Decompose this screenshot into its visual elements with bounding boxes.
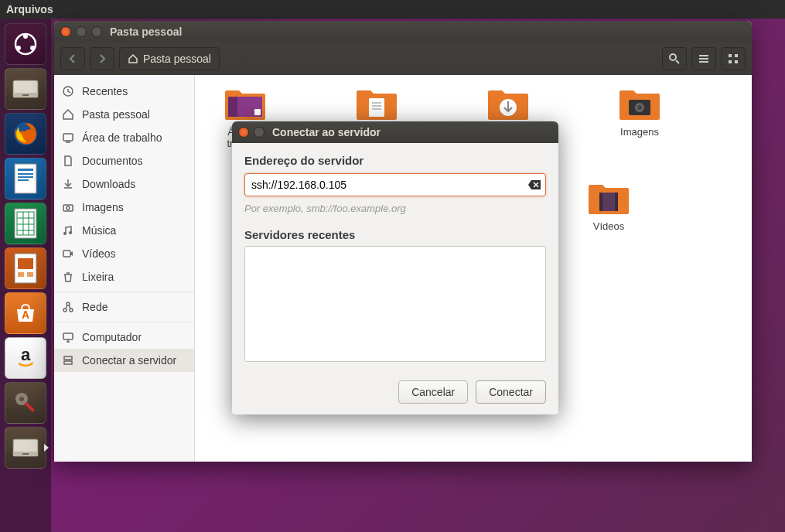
dialog-minimize-button[interactable]: [254, 127, 265, 138]
sidebar-item-documents[interactable]: Documentos: [54, 149, 194, 172]
separator: [54, 292, 194, 292]
server-icon: [62, 354, 74, 367]
svg-rect-40: [735, 60, 738, 63]
backspace-icon: [527, 179, 541, 190]
svg-rect-48: [63, 251, 70, 257]
svg-rect-60: [369, 98, 384, 117]
svg-point-47: [69, 231, 72, 234]
breadcrumb[interactable]: Pasta pessoal: [119, 47, 220, 70]
svg-rect-31: [22, 453, 29, 455]
sidebar-label: Área de trabalho: [82, 131, 162, 144]
launcher-calc[interactable]: [5, 203, 46, 244]
launcher-amazon[interactable]: a: [5, 337, 46, 379]
svg-point-32: [670, 54, 676, 60]
maximize-button[interactable]: [91, 26, 102, 37]
sidebar-item-connect-server[interactable]: Conectar a servidor: [54, 349, 194, 372]
server-address-input[interactable]: [244, 173, 546, 196]
sidebar-item-recent[interactable]: Recentes: [54, 80, 194, 103]
recent-servers-list[interactable]: [244, 246, 546, 362]
sidebar-item-network[interactable]: Rede: [54, 295, 194, 319]
sidebar-item-downloads[interactable]: Downloads: [54, 172, 194, 196]
folder-videos[interactable]: Vídeos: [574, 180, 643, 232]
sidebar-item-desktop[interactable]: Área de trabalho: [54, 126, 194, 149]
folder-pictures[interactable]: Imagens: [605, 86, 674, 149]
sidebar-item-pictures[interactable]: Imagens: [54, 196, 194, 219]
folder-icon: [486, 86, 530, 121]
svg-point-2: [30, 46, 35, 50]
svg-rect-70: [615, 193, 618, 211]
sidebar-item-trash[interactable]: Lixeira: [54, 265, 194, 288]
svg-point-1: [23, 34, 28, 39]
menubar-app: Arquivos: [6, 3, 53, 15]
sidebar-label: Lixeira: [82, 271, 114, 283]
launcher-software[interactable]: A: [5, 292, 46, 334]
launcher-firefox[interactable]: [5, 113, 46, 155]
grid-icon: [727, 53, 739, 65]
grid-view-button[interactable]: [721, 47, 746, 70]
svg-rect-6: [22, 94, 29, 96]
forward-button[interactable]: [90, 47, 114, 70]
launcher-impress[interactable]: [5, 247, 46, 289]
list-view-button[interactable]: [691, 47, 716, 70]
sidebar-label: Vídeos: [82, 247, 116, 260]
desktop-icon: [62, 131, 74, 144]
svg-rect-36: [699, 61, 708, 63]
svg-rect-58: [228, 97, 237, 117]
sidebar-item-home[interactable]: Pasta pessoal: [54, 103, 194, 126]
address-hint: Por exemplo, smb://foo.example.org: [244, 203, 546, 214]
svg-rect-8: [15, 164, 36, 193]
svg-point-27: [19, 397, 24, 401]
window-controls: [60, 26, 102, 37]
home-icon: [128, 53, 138, 64]
launcher: A a: [0, 19, 51, 532]
launcher-files[interactable]: [5, 68, 46, 110]
close-button[interactable]: [60, 26, 71, 37]
sidebar-label: Música: [82, 224, 116, 237]
svg-rect-9: [18, 169, 33, 171]
sidebar-label: Conectar a servidor: [82, 354, 176, 367]
folder-icon: [587, 180, 630, 216]
breadcrumb-label: Pasta pessoal: [143, 53, 211, 65]
dialog-body: Endereço do servidor Por exemplo, smb://…: [232, 143, 558, 373]
svg-rect-39: [729, 60, 732, 63]
svg-point-49: [67, 302, 70, 305]
folder-icon: [224, 86, 267, 121]
svg-rect-11: [18, 176, 33, 178]
dialog-close-button[interactable]: [238, 127, 249, 138]
svg-point-51: [70, 309, 73, 312]
toolbar: Pasta pessoal: [54, 43, 752, 75]
dialog-title: Conectar ao servidor: [272, 126, 381, 138]
sidebar-label: Rede: [82, 301, 108, 313]
svg-rect-38: [735, 54, 738, 57]
connect-button[interactable]: Conectar: [476, 380, 546, 404]
back-button[interactable]: [60, 47, 85, 70]
svg-rect-12: [18, 179, 29, 181]
home-icon: [62, 108, 74, 121]
svg-rect-28: [24, 401, 35, 412]
sidebar-item-music[interactable]: Música: [54, 219, 194, 242]
cancel-button[interactable]: Cancelar: [398, 380, 468, 404]
launcher-settings[interactable]: [5, 382, 46, 424]
svg-rect-22: [18, 272, 24, 277]
search-button[interactable]: [662, 47, 687, 70]
sidebar: Recentes Pasta pessoal Área de trabalho …: [54, 75, 195, 462]
launcher-dash[interactable]: [5, 23, 46, 65]
camera-icon: [62, 201, 74, 213]
sidebar-item-videos[interactable]: Vídeos: [54, 242, 194, 265]
minimize-button[interactable]: [76, 26, 87, 37]
clear-input-button[interactable]: [527, 179, 541, 190]
window-title: Pasta pessoal: [110, 26, 182, 38]
sidebar-item-computer[interactable]: Computador: [54, 326, 194, 349]
sidebar-label: Pasta pessoal: [82, 108, 150, 121]
svg-line-33: [676, 60, 679, 63]
launcher-files-active[interactable]: [5, 427, 46, 469]
folder-icon: [355, 86, 398, 121]
svg-point-50: [63, 309, 67, 312]
clock-icon: [62, 85, 74, 97]
separator: [54, 322, 194, 322]
launcher-writer[interactable]: [5, 158, 46, 200]
sidebar-label: Recentes: [82, 85, 128, 97]
svg-rect-52: [63, 333, 73, 339]
svg-rect-35: [699, 58, 708, 60]
dialog-titlebar: Conectar ao servidor: [232, 121, 558, 143]
